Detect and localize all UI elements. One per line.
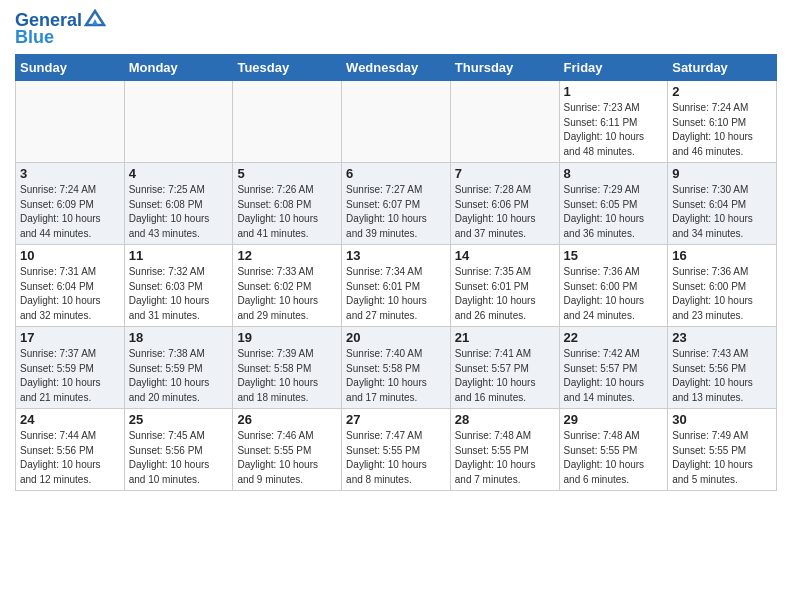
calendar-header: SundayMondayTuesdayWednesdayThursdayFrid… [16, 55, 777, 81]
calendar-cell: 23Sunrise: 7:43 AM Sunset: 5:56 PM Dayli… [668, 327, 777, 409]
calendar-cell: 1Sunrise: 7:23 AM Sunset: 6:11 PM Daylig… [559, 81, 668, 163]
calendar-cell: 20Sunrise: 7:40 AM Sunset: 5:58 PM Dayli… [342, 327, 451, 409]
day-number: 8 [564, 166, 664, 181]
day-info: Sunrise: 7:39 AM Sunset: 5:58 PM Dayligh… [237, 347, 337, 405]
weekday-header-sunday: Sunday [16, 55, 125, 81]
calendar-cell: 29Sunrise: 7:48 AM Sunset: 5:55 PM Dayli… [559, 409, 668, 491]
calendar-cell: 4Sunrise: 7:25 AM Sunset: 6:08 PM Daylig… [124, 163, 233, 245]
day-number: 23 [672, 330, 772, 345]
day-number: 11 [129, 248, 229, 263]
day-number: 7 [455, 166, 555, 181]
calendar-cell: 21Sunrise: 7:41 AM Sunset: 5:57 PM Dayli… [450, 327, 559, 409]
calendar-cell: 13Sunrise: 7:34 AM Sunset: 6:01 PM Dayli… [342, 245, 451, 327]
calendar-cell: 9Sunrise: 7:30 AM Sunset: 6:04 PM Daylig… [668, 163, 777, 245]
calendar-cell: 24Sunrise: 7:44 AM Sunset: 5:56 PM Dayli… [16, 409, 125, 491]
page-container: General Blue SundayMondayTuesdayWednesda… [0, 0, 792, 501]
day-number: 24 [20, 412, 120, 427]
calendar-cell: 27Sunrise: 7:47 AM Sunset: 5:55 PM Dayli… [342, 409, 451, 491]
day-info: Sunrise: 7:49 AM Sunset: 5:55 PM Dayligh… [672, 429, 772, 487]
calendar-cell: 5Sunrise: 7:26 AM Sunset: 6:08 PM Daylig… [233, 163, 342, 245]
calendar-cell: 12Sunrise: 7:33 AM Sunset: 6:02 PM Dayli… [233, 245, 342, 327]
day-number: 20 [346, 330, 446, 345]
day-info: Sunrise: 7:24 AM Sunset: 6:10 PM Dayligh… [672, 101, 772, 159]
calendar-cell: 19Sunrise: 7:39 AM Sunset: 5:58 PM Dayli… [233, 327, 342, 409]
calendar-cell [233, 81, 342, 163]
day-number: 22 [564, 330, 664, 345]
logo: General Blue [15, 10, 106, 48]
calendar-cell [16, 81, 125, 163]
day-number: 10 [20, 248, 120, 263]
day-info: Sunrise: 7:33 AM Sunset: 6:02 PM Dayligh… [237, 265, 337, 323]
day-info: Sunrise: 7:44 AM Sunset: 5:56 PM Dayligh… [20, 429, 120, 487]
calendar-cell: 15Sunrise: 7:36 AM Sunset: 6:00 PM Dayli… [559, 245, 668, 327]
day-info: Sunrise: 7:47 AM Sunset: 5:55 PM Dayligh… [346, 429, 446, 487]
day-info: Sunrise: 7:36 AM Sunset: 6:00 PM Dayligh… [672, 265, 772, 323]
day-number: 17 [20, 330, 120, 345]
weekday-header-monday: Monday [124, 55, 233, 81]
day-number: 6 [346, 166, 446, 181]
header: General Blue [15, 10, 777, 48]
day-info: Sunrise: 7:34 AM Sunset: 6:01 PM Dayligh… [346, 265, 446, 323]
day-info: Sunrise: 7:37 AM Sunset: 5:59 PM Dayligh… [20, 347, 120, 405]
weekday-header-friday: Friday [559, 55, 668, 81]
day-number: 4 [129, 166, 229, 181]
day-number: 21 [455, 330, 555, 345]
calendar-body: 1Sunrise: 7:23 AM Sunset: 6:11 PM Daylig… [16, 81, 777, 491]
calendar-cell: 16Sunrise: 7:36 AM Sunset: 6:00 PM Dayli… [668, 245, 777, 327]
day-number: 30 [672, 412, 772, 427]
day-number: 15 [564, 248, 664, 263]
day-info: Sunrise: 7:46 AM Sunset: 5:55 PM Dayligh… [237, 429, 337, 487]
weekday-header-tuesday: Tuesday [233, 55, 342, 81]
day-number: 25 [129, 412, 229, 427]
day-number: 12 [237, 248, 337, 263]
day-number: 28 [455, 412, 555, 427]
calendar-cell: 8Sunrise: 7:29 AM Sunset: 6:05 PM Daylig… [559, 163, 668, 245]
day-number: 5 [237, 166, 337, 181]
day-info: Sunrise: 7:41 AM Sunset: 5:57 PM Dayligh… [455, 347, 555, 405]
calendar-cell: 7Sunrise: 7:28 AM Sunset: 6:06 PM Daylig… [450, 163, 559, 245]
day-number: 14 [455, 248, 555, 263]
day-number: 2 [672, 84, 772, 99]
calendar-cell: 6Sunrise: 7:27 AM Sunset: 6:07 PM Daylig… [342, 163, 451, 245]
calendar-cell: 14Sunrise: 7:35 AM Sunset: 6:01 PM Dayli… [450, 245, 559, 327]
day-info: Sunrise: 7:38 AM Sunset: 5:59 PM Dayligh… [129, 347, 229, 405]
day-info: Sunrise: 7:48 AM Sunset: 5:55 PM Dayligh… [455, 429, 555, 487]
day-info: Sunrise: 7:25 AM Sunset: 6:08 PM Dayligh… [129, 183, 229, 241]
logo-text: General Blue [15, 10, 106, 48]
day-info: Sunrise: 7:24 AM Sunset: 6:09 PM Dayligh… [20, 183, 120, 241]
day-info: Sunrise: 7:45 AM Sunset: 5:56 PM Dayligh… [129, 429, 229, 487]
calendar-week-2: 3Sunrise: 7:24 AM Sunset: 6:09 PM Daylig… [16, 163, 777, 245]
day-number: 1 [564, 84, 664, 99]
calendar-cell: 28Sunrise: 7:48 AM Sunset: 5:55 PM Dayli… [450, 409, 559, 491]
day-number: 3 [20, 166, 120, 181]
svg-marker-1 [92, 19, 98, 25]
calendar-week-4: 17Sunrise: 7:37 AM Sunset: 5:59 PM Dayli… [16, 327, 777, 409]
day-info: Sunrise: 7:23 AM Sunset: 6:11 PM Dayligh… [564, 101, 664, 159]
weekday-header-saturday: Saturday [668, 55, 777, 81]
calendar-cell: 22Sunrise: 7:42 AM Sunset: 5:57 PM Dayli… [559, 327, 668, 409]
day-info: Sunrise: 7:29 AM Sunset: 6:05 PM Dayligh… [564, 183, 664, 241]
day-info: Sunrise: 7:43 AM Sunset: 5:56 PM Dayligh… [672, 347, 772, 405]
calendar-cell: 25Sunrise: 7:45 AM Sunset: 5:56 PM Dayli… [124, 409, 233, 491]
calendar-week-5: 24Sunrise: 7:44 AM Sunset: 5:56 PM Dayli… [16, 409, 777, 491]
calendar-cell: 3Sunrise: 7:24 AM Sunset: 6:09 PM Daylig… [16, 163, 125, 245]
day-info: Sunrise: 7:42 AM Sunset: 5:57 PM Dayligh… [564, 347, 664, 405]
day-number: 19 [237, 330, 337, 345]
weekday-header-row: SundayMondayTuesdayWednesdayThursdayFrid… [16, 55, 777, 81]
calendar-week-3: 10Sunrise: 7:31 AM Sunset: 6:04 PM Dayli… [16, 245, 777, 327]
day-info: Sunrise: 7:40 AM Sunset: 5:58 PM Dayligh… [346, 347, 446, 405]
calendar-cell: 10Sunrise: 7:31 AM Sunset: 6:04 PM Dayli… [16, 245, 125, 327]
weekday-header-wednesday: Wednesday [342, 55, 451, 81]
weekday-header-thursday: Thursday [450, 55, 559, 81]
day-number: 26 [237, 412, 337, 427]
calendar-cell: 17Sunrise: 7:37 AM Sunset: 5:59 PM Dayli… [16, 327, 125, 409]
calendar-cell: 18Sunrise: 7:38 AM Sunset: 5:59 PM Dayli… [124, 327, 233, 409]
day-number: 13 [346, 248, 446, 263]
day-info: Sunrise: 7:30 AM Sunset: 6:04 PM Dayligh… [672, 183, 772, 241]
calendar-cell [342, 81, 451, 163]
day-info: Sunrise: 7:28 AM Sunset: 6:06 PM Dayligh… [455, 183, 555, 241]
calendar-cell [124, 81, 233, 163]
day-number: 29 [564, 412, 664, 427]
day-number: 27 [346, 412, 446, 427]
day-number: 16 [672, 248, 772, 263]
